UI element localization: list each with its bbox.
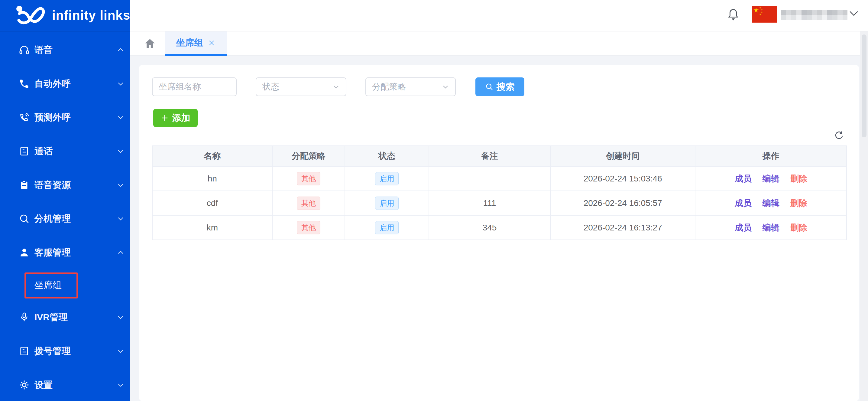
status-tag: 启用 bbox=[375, 172, 399, 185]
sidebar-item-agent-group[interactable]: 坐席组 bbox=[0, 268, 130, 302]
brand-logo[interactable]: infinity links bbox=[0, 0, 130, 31]
phone-waves-icon bbox=[19, 112, 30, 123]
chevron-down-icon bbox=[117, 381, 125, 389]
chevron-down-icon bbox=[117, 347, 125, 355]
chevron-down-icon bbox=[117, 181, 125, 189]
microphone-icon bbox=[19, 312, 30, 323]
sidebar-item-label: 拨号管理 bbox=[34, 345, 71, 357]
cell-name: km bbox=[152, 215, 272, 240]
sidebar-item-label: 预测外呼 bbox=[34, 111, 71, 124]
sidebar-item-label: 设置 bbox=[34, 379, 53, 391]
home-icon[interactable] bbox=[144, 37, 156, 50]
sidebar-item-voice[interactable]: 语音 bbox=[0, 33, 130, 67]
cell-created: 2026-02-24 16:05:57 bbox=[550, 191, 695, 215]
phone-icon bbox=[19, 78, 30, 89]
sidebar-item-label: 通话 bbox=[34, 145, 53, 157]
sidebar-item-agent-mgmt[interactable]: 客服管理 bbox=[0, 236, 130, 269]
col-actions: 操作 bbox=[695, 146, 846, 166]
sidebar-item-settings[interactable]: 设置 bbox=[0, 368, 130, 401]
document-icon bbox=[19, 146, 30, 156]
strategy-select[interactable]: 分配策略 bbox=[365, 78, 456, 96]
tab-label: 坐席组 bbox=[176, 36, 204, 49]
chevron-up-icon bbox=[117, 46, 125, 54]
search-icon bbox=[19, 213, 30, 224]
members-link[interactable]: 成员 bbox=[735, 222, 752, 233]
chevron-down-icon bbox=[117, 113, 125, 121]
cell-remark: 345 bbox=[429, 215, 550, 240]
col-strategy: 分配策略 bbox=[272, 146, 345, 166]
sidebar-item-voice-resources[interactable]: 语音资源 bbox=[0, 168, 130, 202]
cell-name: cdf bbox=[152, 191, 272, 215]
edit-link[interactable]: 编辑 bbox=[763, 222, 779, 233]
chevron-down-icon[interactable] bbox=[849, 9, 859, 18]
status-select-placeholder: 状态 bbox=[262, 81, 279, 92]
status-tag: 启用 bbox=[375, 197, 399, 210]
close-icon[interactable] bbox=[208, 39, 216, 47]
sidebar-item-calls[interactable]: 通话 bbox=[0, 134, 130, 168]
col-remark: 备注 bbox=[429, 146, 550, 166]
cell-remark: 111 bbox=[429, 191, 550, 215]
sidebar-item-label: 客服管理 bbox=[34, 247, 71, 259]
delete-link[interactable]: 删除 bbox=[790, 173, 807, 184]
chevron-down-icon bbox=[117, 215, 125, 223]
refresh-icon[interactable] bbox=[834, 131, 844, 140]
sidebar-item-dial-mgmt[interactable]: 拨号管理 bbox=[0, 334, 130, 368]
sidebar-item-auto-dial[interactable]: 自动外呼 bbox=[0, 67, 130, 101]
tab-agent-group[interactable]: 坐席组 bbox=[165, 31, 227, 56]
group-name-input[interactable] bbox=[152, 78, 237, 96]
chevron-up-icon bbox=[117, 249, 125, 256]
brand-name: infinity links bbox=[52, 8, 130, 23]
col-status: 状态 bbox=[345, 146, 429, 166]
china-flag-icon[interactable] bbox=[752, 6, 777, 23]
cell-created: 2026-02-24 16:13:27 bbox=[550, 215, 695, 240]
chevron-down-icon bbox=[332, 83, 340, 91]
headset-icon bbox=[19, 45, 30, 55]
sidebar-item-predictive-dial[interactable]: 预测外呼 bbox=[0, 101, 130, 134]
members-link[interactable]: 成员 bbox=[735, 173, 752, 184]
strategy-tag: 其他 bbox=[297, 197, 320, 210]
user-icon bbox=[19, 247, 30, 258]
search-button[interactable]: 搜索 bbox=[475, 78, 524, 96]
content-area: 状态 分配策略 搜索 添加 bbox=[130, 56, 868, 401]
agent-group-table: 名称 分配策略 状态 备注 创建时间 操作 hn 其他 启用 2026-02-2… bbox=[152, 145, 847, 240]
content-card: 状态 分配策略 搜索 添加 bbox=[139, 65, 859, 401]
add-button[interactable]: 添加 bbox=[153, 109, 198, 127]
search-button-label: 搜索 bbox=[497, 81, 515, 93]
cell-remark bbox=[429, 166, 550, 191]
bell-icon[interactable] bbox=[727, 7, 739, 22]
search-icon bbox=[485, 83, 494, 91]
clipboard-icon bbox=[19, 180, 30, 191]
sidebar-item-label: 分机管理 bbox=[34, 212, 71, 225]
cell-name: hn bbox=[152, 166, 272, 191]
strategy-tag: 其他 bbox=[297, 221, 320, 234]
col-created: 创建时间 bbox=[550, 146, 695, 166]
sidebar: infinity links 语音 自动外呼 预测外呼 通话 bbox=[0, 0, 130, 401]
gear-icon bbox=[19, 379, 30, 391]
sidebar-item-ivr-mgmt[interactable]: IVR管理 bbox=[0, 300, 130, 334]
edit-link[interactable]: 编辑 bbox=[763, 173, 779, 184]
tab-bar: 坐席组 bbox=[130, 31, 868, 56]
plus-icon bbox=[161, 114, 168, 122]
sidebar-item-label: IVR管理 bbox=[34, 311, 68, 323]
chevron-down-icon bbox=[117, 147, 125, 155]
delete-link[interactable]: 删除 bbox=[790, 198, 807, 209]
cell-created: 2026-02-24 15:03:46 bbox=[550, 166, 695, 191]
edit-link[interactable]: 编辑 bbox=[763, 198, 779, 209]
page-scrollbar-thumb[interactable] bbox=[862, 34, 867, 137]
add-button-label: 添加 bbox=[172, 112, 190, 124]
table-header-row: 名称 分配策略 状态 备注 创建时间 操作 bbox=[152, 146, 846, 166]
table-row: hn 其他 启用 2026-02-24 15:03:46 成员 编辑 删除 bbox=[152, 166, 846, 191]
table-row: cdf 其他 启用 111 2026-02-24 16:05:57 成员 编辑 … bbox=[152, 191, 846, 215]
top-header bbox=[130, 0, 868, 31]
status-tag: 启用 bbox=[375, 221, 399, 234]
sidebar-item-label: 语音 bbox=[34, 44, 53, 56]
status-select[interactable]: 状态 bbox=[256, 78, 346, 96]
delete-link[interactable]: 删除 bbox=[790, 222, 807, 233]
username-redacted[interactable] bbox=[781, 10, 847, 20]
strategy-tag: 其他 bbox=[297, 172, 320, 185]
col-name: 名称 bbox=[152, 146, 272, 166]
members-link[interactable]: 成员 bbox=[735, 198, 752, 209]
page-scrollbar-track[interactable] bbox=[860, 31, 868, 401]
sidebar-item-label: 坐席组 bbox=[34, 279, 62, 291]
sidebar-item-extension-mgmt[interactable]: 分机管理 bbox=[0, 202, 130, 236]
